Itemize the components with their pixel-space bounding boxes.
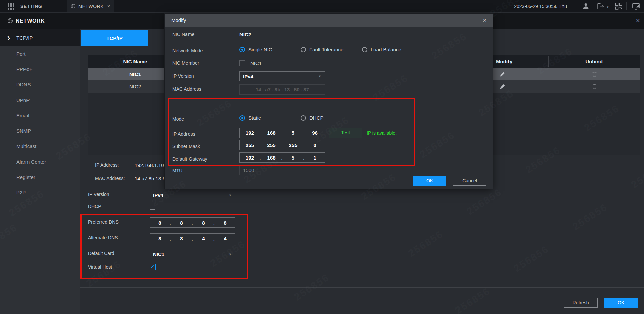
octet: 168 xyxy=(262,155,281,161)
network-globe-icon xyxy=(7,18,13,24)
alternate-dns-input[interactable]: 8. 8. 4. 4 xyxy=(150,233,235,243)
radio-label: Fault Tolerance xyxy=(309,47,343,52)
sidebar-item-upnp[interactable]: UPnP xyxy=(0,92,80,108)
user-icon[interactable] xyxy=(582,2,590,10)
octet: 8 xyxy=(150,220,170,226)
preferred-dns-input[interactable]: 8. 8. 8. 8 xyxy=(150,217,235,228)
ip-version-select[interactable]: IPv4 ▼ xyxy=(150,190,235,200)
mac-address-label: MAC Address: xyxy=(95,176,125,181)
sidebar-item-label: Port xyxy=(16,51,26,57)
octet: 192 xyxy=(240,130,260,136)
apps-grid-icon[interactable] xyxy=(8,3,14,10)
sidebar-item-pppoe[interactable]: PPPoE xyxy=(0,62,80,77)
radio-label: DHCP xyxy=(309,115,324,121)
radio-icon xyxy=(301,47,306,52)
qr-code-icon[interactable] xyxy=(615,2,623,10)
mac-octet: 13 xyxy=(284,87,290,92)
dialog-cancel-button[interactable]: Cancel xyxy=(453,176,486,186)
sidebar-item-label: Register xyxy=(16,174,35,180)
display-output-icon[interactable] xyxy=(632,2,640,10)
tab-tcpip[interactable]: TCP/IP xyxy=(81,30,148,46)
radio-static[interactable]: Static xyxy=(239,115,261,121)
sidebar-item-tcpip[interactable]: ❯TCP/IP xyxy=(0,29,80,46)
mtu-input: 1500 xyxy=(239,165,325,175)
sidebar-item-multicast[interactable]: Multicast xyxy=(0,139,80,154)
mac-octet: 60 xyxy=(294,87,300,92)
octet: 5 xyxy=(283,130,303,136)
sidebar-item-label: TCP/IP xyxy=(16,35,33,41)
sidebar-item-ddns[interactable]: DDNS xyxy=(0,77,80,92)
modal-ip-address-input[interactable]: 192. 168. 5. 96 xyxy=(239,128,325,138)
mac-octet: 8b xyxy=(275,87,281,92)
ip-address-label: IP Address: xyxy=(95,162,119,168)
watermark-text: 256856 xyxy=(406,228,445,259)
virtual-host-checkbox[interactable]: ✓ xyxy=(150,264,156,270)
dialog-close-icon[interactable]: ✕ xyxy=(482,17,487,23)
sidebar-item-label: Email xyxy=(16,113,29,118)
octet: 0 xyxy=(305,142,325,148)
setting-label: SETTING xyxy=(20,4,42,9)
nic-member-checkbox[interactable] xyxy=(239,60,245,66)
sidebar-item-register[interactable]: Register xyxy=(0,170,80,185)
default-card-select[interactable]: NIC1 ▼ xyxy=(150,249,235,259)
watermark-text: 256856 xyxy=(512,243,551,274)
octet: 8 xyxy=(172,220,192,226)
tab-close-icon[interactable]: ✕ xyxy=(107,4,110,9)
datetime-text: 2023-06-29 15:30:56 Thu xyxy=(514,4,567,9)
mac-octet: a7 xyxy=(265,87,271,92)
sidebar-item-alarm-center[interactable]: Alarm Center xyxy=(0,154,80,170)
radio-single-nic[interactable]: Single NIC xyxy=(239,47,272,52)
refresh-button[interactable]: Refresh xyxy=(564,298,598,308)
logout-icon[interactable] xyxy=(597,2,604,10)
modal-ip-version-value: IPv4 xyxy=(243,74,253,79)
watermark-text: 256856 xyxy=(84,258,123,290)
sidebar-item-p2p[interactable]: P2P xyxy=(0,185,80,200)
mac-address-value: 14:a7:8b:13:60 xyxy=(135,176,168,181)
alternate-dns-label: Alternate DNS xyxy=(88,235,118,242)
virtual-host-label: Virtual Host xyxy=(88,264,112,271)
chevron-down-icon: ▼ xyxy=(318,75,321,78)
unbind-trash-icon[interactable] xyxy=(592,71,597,77)
modify-pencil-icon[interactable] xyxy=(500,71,505,77)
dialog-footer-divider xyxy=(165,172,493,172)
ip-status-text: IP is available. xyxy=(367,130,397,136)
app-window: SETTING NETWORK ✕ 2023-06-29 15:30:56 Th… xyxy=(0,0,644,314)
ok-button[interactable]: OK xyxy=(604,298,638,308)
test-button[interactable]: Test xyxy=(329,128,362,138)
toolbar-divider xyxy=(574,2,574,10)
modal-ip-version-label: IP Version xyxy=(172,73,194,80)
radio-dhcp[interactable]: DHCP xyxy=(301,115,324,121)
radio-fault-tolerance[interactable]: Fault Tolerance xyxy=(301,47,343,52)
subnet-mask-input[interactable]: 255. 255. 255. 0 xyxy=(239,140,325,150)
modal-ip-version-select[interactable]: IPv4 ▼ xyxy=(239,71,325,81)
sidebar-item-label: PPPoE xyxy=(16,66,33,72)
col-header-modify: Modify xyxy=(496,55,512,68)
radio-icon xyxy=(301,115,306,121)
sidebar-item-label: Alarm Center xyxy=(16,159,46,165)
octet: 192 xyxy=(240,155,260,161)
default-gateway-label: Default Gateway xyxy=(172,156,207,163)
window-close-icon[interactable]: ✕ xyxy=(636,18,640,24)
logout-caret-icon[interactable]: ▼ xyxy=(606,6,609,9)
dhcp-checkbox[interactable] xyxy=(150,204,155,210)
sidebar-item-email[interactable]: Email xyxy=(0,108,80,123)
octet: 4 xyxy=(215,236,235,241)
ip-version-value: IPv4 xyxy=(153,192,163,198)
radio-load-balance[interactable]: Load Balance xyxy=(362,47,401,52)
radio-icon xyxy=(239,47,245,52)
col-header-unbind: Unbind xyxy=(548,55,640,68)
minimize-icon[interactable]: – xyxy=(629,18,631,23)
dialog-ok-button[interactable]: OK xyxy=(413,176,446,186)
sidebar-item-snmp[interactable]: SNMP xyxy=(0,123,80,139)
footer-divider xyxy=(80,287,644,288)
unbind-trash-icon[interactable] xyxy=(592,84,597,89)
radio-icon xyxy=(362,47,367,52)
default-gateway-input[interactable]: 192. 168. 5. 1 xyxy=(239,152,325,163)
octet: 1 xyxy=(305,155,325,161)
watermark-text: 256856 xyxy=(570,201,610,233)
sidebar-item-port[interactable]: Port xyxy=(0,46,80,62)
ip-version-label: IP Version xyxy=(88,192,109,198)
modify-pencil-icon[interactable] xyxy=(500,84,505,89)
tab-network[interactable]: NETWORK ✕ xyxy=(67,0,114,12)
octet: 255 xyxy=(283,142,303,148)
